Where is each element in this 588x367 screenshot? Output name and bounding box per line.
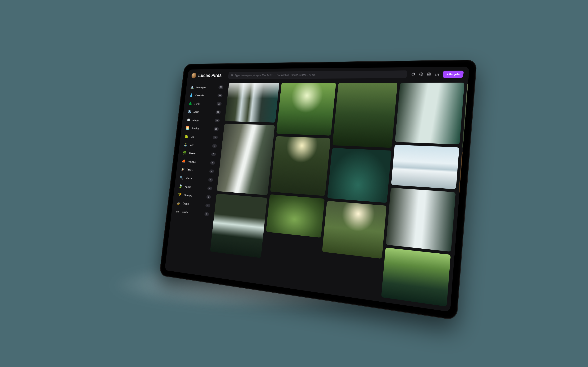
photo-tile-moss-stream[interactable]	[381, 248, 451, 307]
category-count: 27	[215, 110, 221, 114]
photo-thumbnail	[225, 83, 279, 123]
category-count: 7	[212, 144, 217, 148]
category-label: Mer	[189, 143, 210, 147]
category-icon: 🦊	[181, 158, 186, 164]
category-count: 1	[204, 212, 209, 216]
photo-tile-bright-forest[interactable]	[276, 83, 336, 136]
avatar	[191, 73, 197, 78]
category-count: 26	[214, 119, 220, 122]
category-label: Nuage	[192, 118, 213, 122]
photo-thumbnail	[210, 193, 267, 258]
category-icon: 🌾	[177, 192, 182, 197]
category-label: Sunrise	[191, 127, 212, 130]
app-screen: Lucas Pires Type : Montagnes, Nuages, Vo…	[165, 67, 469, 312]
photo-tile-rocks[interactable]	[462, 83, 468, 152]
category-icon: 🌿	[182, 150, 187, 156]
category-icon: 🏔️	[190, 84, 195, 90]
sidebar-item-montagne[interactable]: 🏔️Montagne65	[188, 83, 225, 92]
category-icon: ❄️	[187, 109, 192, 114]
category-count: 4	[208, 178, 213, 182]
photo-thumbnail	[217, 124, 275, 195]
photo-tile-mountain-sky[interactable]	[391, 145, 459, 189]
github-icon[interactable]	[411, 72, 416, 76]
svg-point-7	[436, 73, 436, 74]
category-icon: 💧	[189, 93, 194, 98]
svg-rect-6	[435, 74, 436, 75]
photo-gallery	[206, 81, 468, 312]
category-icon: 🕳️	[175, 209, 180, 214]
tablet-frame: Lucas Pires Type : Montagnes, Nuages, Vo…	[159, 60, 477, 321]
category-label: Cascade	[195, 94, 215, 97]
category-count: 12	[213, 136, 218, 139]
category-count: 4	[207, 186, 212, 191]
new-project-button[interactable]: + Projets	[443, 70, 464, 78]
search-icon	[231, 74, 233, 77]
photo-thumbnail	[395, 83, 464, 144]
category-icon: 🪐	[180, 167, 185, 172]
photo-tile-deep-forest[interactable]	[332, 83, 398, 148]
category-label: Drone	[183, 202, 204, 207]
photo-tile-pool[interactable]	[327, 148, 392, 203]
category-label: Lac	[190, 135, 211, 139]
photo-tile-gorge[interactable]	[210, 193, 267, 258]
category-count: 3	[206, 195, 211, 199]
photo-tile-wide-fall[interactable]	[395, 83, 464, 144]
category-label: Champs	[184, 193, 205, 198]
sidebar-item-neige[interactable]: ❄️Neige27	[186, 108, 222, 117]
category-count: 4	[210, 161, 215, 165]
search-input[interactable]: Type : Montagnes, Nuages, Voie lactée...…	[228, 70, 407, 79]
sidebar-item-nuage[interactable]: ☁️Nuage26	[185, 116, 222, 125]
search-placeholder: Type : Montagnes, Nuages, Voie lactée...…	[235, 74, 316, 77]
photo-thumbnail	[462, 83, 468, 152]
category-count: 29	[217, 94, 223, 97]
photo-thumbnail	[270, 136, 331, 196]
photo-tile-cabin[interactable]	[459, 152, 468, 199]
sidebar-item-forêt[interactable]: 🌲Forêt27	[187, 99, 223, 108]
instagram-icon[interactable]	[427, 72, 431, 76]
photo-tile-forest-valley[interactable]	[270, 136, 331, 196]
photo-tile-tall-fall[interactable]	[386, 188, 456, 252]
category-icon: 🌅	[185, 125, 190, 131]
dribbble-icon[interactable]	[419, 72, 424, 76]
header-actions: + Projets	[411, 70, 464, 78]
category-count: 65	[218, 85, 223, 89]
sidebar-item-sunrise[interactable]: 🌅Sunrise16	[184, 124, 220, 133]
user-name: Lucas Pires	[198, 73, 222, 78]
category-count: 5	[211, 152, 216, 156]
photo-tile-canyon-fall[interactable]	[217, 124, 275, 195]
photo-tile-meadow[interactable]	[322, 201, 386, 259]
photo-thumbnail	[391, 145, 459, 189]
category-label: Animaux	[187, 160, 208, 164]
category-label: Nature	[185, 185, 205, 190]
category-count: 27	[216, 102, 222, 106]
app-body: 🏔️Montagne65💧Cascade29🌲Forêt27❄️Neige27☁…	[165, 81, 468, 312]
category-label: Montagne	[196, 86, 216, 89]
photo-thumbnail	[381, 248, 451, 307]
category-count: 3	[205, 203, 210, 208]
category-label: Forêt	[194, 102, 214, 105]
category-label: Neige	[193, 110, 214, 114]
photo-thumbnail	[276, 83, 336, 136]
photo-thumbnail	[332, 83, 398, 148]
category-icon: 🔍	[179, 175, 184, 181]
brand[interactable]: Lucas Pires	[191, 73, 225, 78]
category-icon: 🏝️	[183, 142, 188, 147]
photo-tile-waterfall-wide[interactable]	[225, 83, 279, 123]
svg-point-5	[430, 73, 430, 74]
svg-line-1	[232, 75, 233, 76]
category-icon: ☁️	[186, 117, 191, 122]
category-icon: 🐸	[184, 133, 189, 139]
linkedin-icon[interactable]	[435, 72, 439, 76]
category-label: Étoiles	[187, 168, 207, 173]
category-count: 16	[213, 127, 219, 131]
sidebar-item-cascade[interactable]: 💧Cascade29	[187, 91, 224, 100]
category-icon: 🚁	[176, 200, 181, 206]
photo-tile-fern[interactable]	[266, 194, 325, 238]
category-icon: 🌲	[188, 101, 193, 106]
category-label: Macro	[186, 176, 206, 181]
photo-thumbnail	[322, 201, 386, 259]
category-label: Rivière	[188, 151, 209, 156]
category-icon: 🍃	[178, 183, 183, 189]
photo-thumbnail	[459, 152, 468, 199]
photo-thumbnail	[327, 148, 392, 203]
